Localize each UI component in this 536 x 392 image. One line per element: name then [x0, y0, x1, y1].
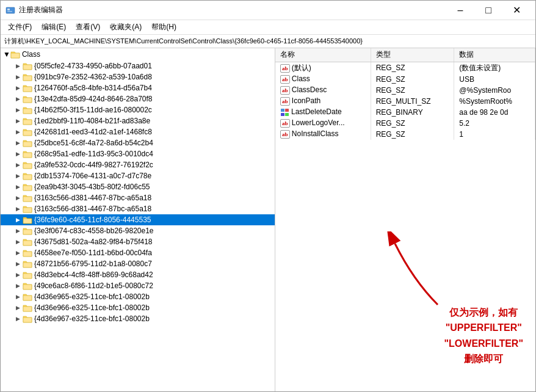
- folder-icon: [23, 270, 32, 279]
- tree-item-label: {268c95a1-edfe-11d3-95c3-0010dc4: [34, 150, 153, 158]
- tree-item[interactable]: ▶ {2a9fe532-0cdc-44f9-9827-76192f2c: [1, 159, 275, 170]
- binary-icon: [280, 108, 290, 117]
- tree-item[interactable]: ▶ {3163c566-d381-4467-87bc-a65a18: [1, 192, 275, 203]
- cell-type: REG_SZ: [371, 118, 454, 129]
- tree-item-label: {2a9fe532-0cdc-44f9-9827-76192f2c: [34, 161, 153, 169]
- table-row[interactable]: ab ClassREG_SZUSB: [275, 74, 535, 85]
- root-folder-icon: [10, 50, 20, 59]
- title-bar-left: 注册表编辑器: [5, 5, 63, 15]
- cell-name: ab ClassDesc: [275, 85, 371, 96]
- tree-item[interactable]: ▶ {091bc97e-2352-4362-a539-10a6d8: [1, 71, 275, 82]
- folder-icon: [23, 281, 32, 290]
- folder-icon: [23, 172, 32, 180]
- menu-file[interactable]: 文件(F): [3, 21, 37, 34]
- menu-view[interactable]: 查看(V): [71, 21, 105, 34]
- registry-editor-window: 注册表编辑器 – □ ✕ 文件(F) 编辑(E) 查看(V) 收藏夹(A) 帮助…: [0, 0, 536, 392]
- tree-item[interactable]: ▶ {49ce6ac8-6f86-11d2-b1e5-0080c72: [1, 280, 275, 291]
- tree-item[interactable]: ▶ {48d3ebc4-4cf8-48ff-b869-9c68ad42: [1, 269, 275, 280]
- title-text: 注册表编辑器: [19, 5, 63, 15]
- tree-root-class[interactable]: ▼ Class: [1, 48, 275, 60]
- title-bar-controls: – □ ✕: [446, 1, 531, 20]
- main-content: ▼ Class ▶ {05f5cfe2-4733-4950-a6bb-07aad…: [1, 48, 535, 391]
- svg-rect-0: [6, 7, 15, 13]
- tree-item[interactable]: ▶ {14b62f50-3f15-11dd-ae16-080002c: [1, 104, 275, 115]
- root-label: Class: [22, 50, 40, 59]
- tree-pane[interactable]: ▼ Class ▶ {05f5cfe2-4733-4950-a6bb-07aad…: [1, 48, 275, 391]
- tree-item[interactable]: ▶ {05f5cfe2-4733-4950-a6bb-07aad01: [1, 60, 275, 71]
- table-row[interactable]: ab IconPathREG_MULTI_SZ%SystemRoot%: [275, 96, 535, 107]
- tree-item-label: {25dbce51-6c8f-4a72-8a6d-b54c2b4: [34, 139, 153, 147]
- tree-item[interactable]: ▶ {1ed2bbf9-11f0-4084-b21f-ad83a8e: [1, 115, 275, 126]
- tree-item[interactable]: ▶ {43675d81-502a-4a82-9f84-b75f418: [1, 236, 275, 247]
- tree-item[interactable]: ▶ {13e42dfa-85d9-424d-8646-28a70f8: [1, 93, 275, 104]
- tree-item[interactable]: ▶ {242681d1-eed3-41d2-a1ef-1468fc8: [1, 126, 275, 137]
- tree-item[interactable]: ▶ {2ea9b43f-3045-43b5-80f2-fd06c55: [1, 181, 275, 192]
- col-data: 数据: [454, 48, 535, 62]
- tree-item-label: {3163c566-d381-4467-87bc-a65a18: [34, 205, 151, 213]
- tree-item[interactable]: ▶ {1264760f-a5c8-4bfe-b314-d56a7b4: [1, 82, 275, 93]
- tree-item-label: {2db15374-706e-4131-a0c7-d7c78e: [34, 172, 151, 180]
- cell-name: ab LowerLogoVer...: [275, 118, 371, 129]
- menu-help[interactable]: 帮助(H): [147, 21, 181, 34]
- root-expander: ▼: [3, 50, 10, 59]
- tree-item-label: {14b62f50-3f15-11dd-ae16-080002c: [34, 106, 152, 114]
- table-row[interactable]: ab ClassDescREG_SZ@%SystemRoo: [275, 85, 535, 96]
- tree-item-label: {4d36e966-e325-11ce-bfc1-08002b: [34, 303, 150, 312]
- right-pane-scroll[interactable]: 名称 类型 数据 ab (默认)REG_SZ(数值未设置)ab ClassREG…: [275, 48, 535, 391]
- close-button[interactable]: ✕: [502, 1, 531, 20]
- folder-icon: [23, 303, 32, 312]
- svg-rect-4: [285, 109, 289, 112]
- col-name: 名称: [275, 48, 371, 62]
- registry-table: 名称 类型 数据 ab (默认)REG_SZ(数值未设置)ab ClassREG…: [275, 48, 535, 140]
- folder-icon: [23, 249, 32, 257]
- table-row[interactable]: ab (默认)REG_SZ(数值未设置): [275, 62, 535, 74]
- tree-expander-icon: ▶: [13, 215, 23, 225]
- tree-expander-icon: ▶: [13, 182, 23, 192]
- tree-item-label: {49ce6ac8-6f86-11d2-b1e5-0080c72: [34, 281, 153, 290]
- cell-type: REG_SZ: [371, 62, 454, 74]
- menu-edit[interactable]: 编辑(E): [37, 21, 71, 34]
- app-icon: [5, 5, 15, 15]
- cell-type: REG_SZ: [371, 129, 454, 140]
- tree-item[interactable]: ▶ {36fc9e60-c465-11cf-8056-4445535: [1, 214, 275, 225]
- tree-item[interactable]: ▶ {3e3f0674-c83c-4558-bb26-9820e1e: [1, 225, 275, 236]
- minimize-button[interactable]: –: [446, 1, 474, 20]
- tree-expander-icon: ▶: [13, 149, 23, 159]
- tree-item-label: {4658ee7e-f050-11d1-b6bd-00c04fa: [34, 249, 152, 257]
- tree-item[interactable]: ▶ {2db15374-706e-4131-a0c7-d7c78e: [1, 170, 275, 181]
- tree-expander-icon: ▶: [13, 237, 23, 247]
- tree-item-label: {36fc9e60-c465-11cf-8056-4445535: [34, 216, 151, 224]
- folder-icon: [23, 205, 32, 213]
- tree-expander-icon: ▶: [13, 61, 23, 71]
- menu-favorites[interactable]: 收藏夹(A): [105, 21, 147, 34]
- tree-expander-icon: ▶: [13, 259, 23, 269]
- tree-item[interactable]: ▶ {4658ee7e-f050-11d1-b6bd-00c04fa: [1, 247, 275, 258]
- table-row[interactable]: LastDeleteDateREG_BINARYaa de 98 2e 0d: [275, 107, 535, 118]
- cell-data: @%SystemRoo: [454, 85, 535, 96]
- cell-data: 1: [454, 129, 535, 140]
- folder-icon: [23, 117, 32, 125]
- maximize-button[interactable]: □: [474, 1, 502, 20]
- tree-item[interactable]: ▶ {4d36e967-e325-11ce-bfc1-08002b: [1, 313, 275, 324]
- tree-expander-icon: ▶: [13, 303, 23, 313]
- tree-item[interactable]: ▶ {268c95a1-edfe-11d3-95c3-0010dc4: [1, 148, 275, 159]
- tree-item[interactable]: ▶ {25dbce51-6c8f-4a72-8a6d-b54c2b4: [1, 137, 275, 148]
- tree-expander-icon: ▶: [13, 160, 23, 170]
- cell-data: USB: [454, 74, 535, 85]
- tree-expander-icon: ▶: [13, 292, 23, 302]
- tree-item[interactable]: ▶ {4d36e966-e325-11ce-bfc1-08002b: [1, 302, 275, 313]
- table-row[interactable]: ab NoInstallClassREG_SZ1: [275, 129, 535, 140]
- address-text: 计算机\HKEY_LOCAL_MACHINE\SYSTEM\CurrentCon…: [4, 37, 363, 46]
- tree-item-label: {43675d81-502a-4a82-9f84-b75f418: [34, 238, 153, 246]
- tree-item[interactable]: ▶ {3163c566-d381-4467-87bc-a65a18: [1, 203, 275, 214]
- cell-name: ab Class: [275, 74, 371, 85]
- folder-icon: [23, 314, 32, 323]
- tree-item[interactable]: ▶ {48721b56-6795-11d2-b1a8-0080c7: [1, 258, 275, 269]
- tree-item[interactable]: ▶ {4d36e965-e325-11ce-bfc1-08002b: [1, 291, 275, 302]
- table-row[interactable]: ab LowerLogoVer...REG_SZ5.2: [275, 118, 535, 129]
- table-header-row: 名称 类型 数据: [275, 48, 535, 62]
- col-type: 类型: [371, 48, 454, 62]
- tree-item-label: {05f5cfe2-4733-4950-a6bb-07aad01: [34, 62, 152, 70]
- tree-expander-icon: ▶: [13, 226, 23, 236]
- svg-rect-3: [281, 109, 284, 112]
